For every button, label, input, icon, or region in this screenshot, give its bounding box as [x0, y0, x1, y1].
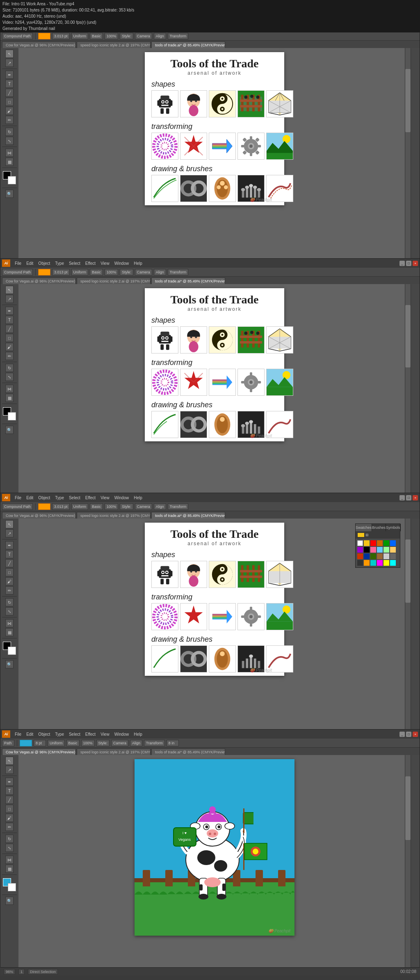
rect-tool-1[interactable]: □ [5, 98, 14, 106]
minimize-btn-3[interactable]: _ [399, 495, 405, 500]
opacity-3[interactable]: 100% [105, 503, 118, 510]
swatch-black[interactable] [364, 547, 370, 553]
align-item-1[interactable]: Align [154, 33, 166, 39]
tab-cow-3[interactable]: Cow for Vegas.ai @ 96% (CMYK/Preview) [2, 512, 76, 519]
zoom-4[interactable]: 🔍 [5, 897, 14, 905]
menu-object-3[interactable]: Object [36, 495, 52, 500]
basic-4[interactable]: Basic [66, 740, 80, 746]
menu-edit-3[interactable]: Edit [24, 495, 35, 500]
pencil-1[interactable]: ✏ [5, 116, 14, 124]
menu-file-3[interactable]: File [13, 495, 23, 500]
basic-3[interactable]: Basic [90, 503, 103, 510]
tab-tools-1[interactable]: tools of trade.ai* @ 85.49% (CMYK/Previe… [151, 41, 225, 48]
swatch-brightcyan[interactable] [390, 560, 396, 566]
basic-2[interactable]: Basic [90, 269, 103, 275]
maximize-btn-4[interactable]: □ [406, 732, 411, 737]
menu-window-2[interactable]: Window [112, 261, 131, 266]
tab-speed-4[interactable]: speed logo iconic style 2.ai @ 197% (CMY… [77, 748, 151, 755]
background-3[interactable] [8, 647, 16, 655]
type-tool-4[interactable]: T [5, 787, 14, 795]
scale-1[interactable]: ⤡ [5, 137, 14, 145]
scrollbar-thumb-3[interactable] [405, 539, 411, 603]
swatch-red[interactable] [370, 540, 376, 546]
rect-tool-2[interactable]: □ [5, 334, 14, 342]
gradient-1[interactable]: ▦ [5, 158, 14, 166]
weight-item-1[interactable]: 3.013 pt [52, 33, 70, 39]
scrollbar-thumb-1[interactable] [405, 69, 411, 132]
menu-type-2[interactable]: Type [53, 261, 66, 266]
menu-edit-2[interactable]: Edit [24, 261, 35, 266]
rect-tool-4[interactable]: □ [5, 805, 14, 813]
scrollbar-v-1[interactable] [405, 48, 411, 258]
symbols-tab-3[interactable]: Symbols [386, 524, 401, 531]
background-4[interactable] [8, 883, 16, 891]
uniform-2[interactable]: Uniform [71, 269, 89, 275]
direct-selection-1[interactable]: ↗ [5, 59, 14, 67]
transform-2[interactable]: Transform [168, 269, 189, 275]
tab-cow-1[interactable]: Cow for Vegas.ai @ 96% (CMYK/Preview) [2, 41, 76, 48]
swatch-orange[interactable] [377, 540, 383, 546]
menu-help-4[interactable]: Help [132, 732, 144, 737]
tab-speed-2[interactable]: speed logo iconic style 2.ai @ 197% (CMY… [77, 278, 151, 284]
opacity-4[interactable]: 100% [81, 740, 95, 746]
brush-tool-2[interactable]: 🖌 [5, 343, 14, 351]
selection-tool-4[interactable]: ↖ [5, 757, 14, 765]
swatch-brown[interactable] [377, 553, 383, 559]
menu-select-2[interactable]: Select [67, 261, 82, 266]
pen-tool-3[interactable]: ✒ [5, 541, 14, 549]
gradient-2[interactable]: ▦ [5, 394, 14, 402]
camera-2[interactable]: Camera [135, 269, 152, 275]
close-btn-2[interactable]: × [413, 261, 418, 266]
menu-type-3[interactable]: Type [53, 495, 66, 500]
line-tool-3[interactable]: ╱ [5, 559, 14, 567]
blend-3[interactable]: ⋈ [5, 619, 14, 627]
menu-object-4[interactable]: Object [36, 732, 52, 737]
weight-3[interactable]: 3.013 pt [52, 503, 70, 510]
uniform-4[interactable]: Uniform [48, 740, 65, 746]
menu-view-3[interactable]: View [98, 495, 112, 500]
rotate-1[interactable]: ↻ [5, 128, 14, 136]
tab-speed-3[interactable]: speed logo iconic style 2.ai @ 197% (CMY… [77, 512, 151, 519]
swatch-magenta[interactable] [377, 560, 383, 566]
uniform-3[interactable]: Uniform [71, 503, 89, 510]
items-4[interactable]: 8 pt [34, 740, 46, 746]
scrollbar-v-3[interactable] [405, 519, 411, 729]
scale-4[interactable]: ⤡ [5, 844, 14, 852]
maximize-btn-2[interactable]: □ [406, 261, 411, 266]
zoom-3[interactable]: 🔍 [5, 660, 14, 668]
transform-4[interactable]: Transform [144, 740, 165, 746]
menu-file-2[interactable]: File [13, 261, 23, 266]
rotate-2[interactable]: ↻ [5, 364, 14, 372]
align-3[interactable]: Align [154, 503, 166, 510]
menu-effect-4[interactable]: Effect [83, 732, 98, 737]
camera-4[interactable]: Camera [111, 740, 128, 746]
type-tool-3[interactable]: T [5, 550, 14, 558]
menu-type-4[interactable]: Type [53, 732, 66, 737]
pencil-3[interactable]: ✏ [5, 586, 14, 594]
align-4[interactable]: Align [130, 740, 142, 746]
direct-selection-2[interactable]: ↗ [5, 295, 14, 303]
swatch-amber[interactable] [364, 560, 370, 566]
tab-tools-3[interactable]: tools of trade.ai* @ 85.49% (CMYK/Previe… [151, 512, 225, 519]
menu-effect-2[interactable]: Effect [83, 261, 98, 266]
align-2[interactable]: Align [154, 269, 166, 275]
swatch-dkgrn[interactable] [370, 553, 376, 559]
pen-tool-4[interactable]: ✒ [5, 778, 14, 786]
transform-3[interactable]: Transform [168, 503, 189, 510]
tab-cow-4[interactable]: Cow for Vegas.ai @ 96% (CMYK/Preview) [2, 748, 76, 755]
gradient-3[interactable]: ▦ [5, 628, 14, 636]
blend-4[interactable]: ⋈ [5, 856, 14, 864]
minimize-btn-2[interactable]: _ [399, 261, 405, 266]
menu-object-2[interactable]: Object [36, 261, 52, 266]
close-btn-3[interactable]: × [413, 495, 418, 500]
type-tool-2[interactable]: T [5, 316, 14, 324]
selection-tool-2[interactable]: ↖ [5, 286, 14, 294]
swatch-purple[interactable] [357, 547, 363, 553]
uniform-item-1[interactable]: Uniform [71, 33, 89, 39]
swatch-green[interactable] [383, 540, 389, 546]
pencil-2[interactable]: ✏ [5, 352, 14, 360]
menu-file-4[interactable]: File [13, 732, 23, 737]
scale-3[interactable]: ⤡ [5, 607, 14, 615]
brushes-tab-3[interactable]: Brushes [372, 524, 386, 531]
pen-tool-1[interactable]: ✒ [5, 71, 14, 79]
